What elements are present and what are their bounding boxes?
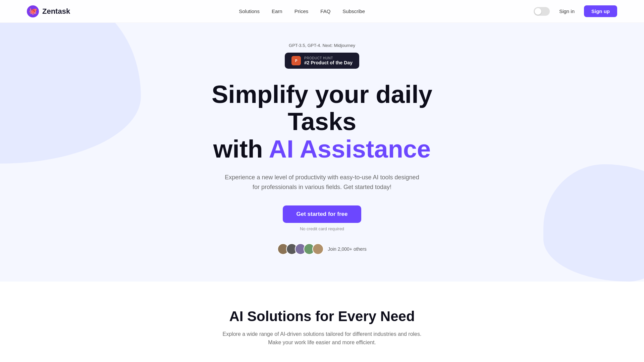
hero-title-line2-plain: with	[213, 135, 269, 163]
nav-solutions[interactable]: Solutions	[239, 8, 260, 14]
no-credit-text: No credit card required	[188, 226, 456, 231]
hero-title-accent: AI Assistance	[269, 135, 431, 163]
social-proof-text: Join 2,000+ others	[328, 246, 367, 252]
hero-subtitle: Experience a new level of productivity w…	[221, 173, 423, 192]
theme-toggle[interactable]	[534, 7, 550, 16]
avatar-group	[277, 243, 324, 255]
hero-title-line1: Simplify your daily Tasks	[212, 80, 432, 135]
hero-title: Simplify your daily Tasks with AI Assist…	[188, 81, 456, 163]
avatar	[312, 243, 324, 255]
nav-earn[interactable]: Earn	[272, 8, 282, 14]
gpt-badge-text: GPT-3.5, GPT-4. Next: Midjourney	[188, 43, 456, 48]
nav-right: Sign in Sign up	[534, 5, 617, 17]
signin-button[interactable]: Sign in	[555, 6, 579, 16]
hero-content: GPT-3.5, GPT-4. Next: Midjourney P PRODU…	[188, 43, 456, 255]
nav-prices[interactable]: Prices	[294, 8, 309, 14]
ph-label: PRODUCT HUNT	[304, 56, 353, 60]
ph-title: #2 Product of the Day	[304, 60, 353, 65]
background-blob-left	[0, 23, 141, 164]
product-hunt-logo: P	[291, 56, 301, 65]
navbar: 🐙 Zentask Solutions Earn Prices FAQ Subs…	[0, 0, 644, 23]
svg-text:🐙: 🐙	[29, 7, 37, 15]
logo-icon: 🐙	[27, 5, 39, 17]
hero-section: GPT-3.5, GPT-4. Next: Midjourney P PRODU…	[0, 23, 644, 282]
cta-button[interactable]: Get started for free	[283, 205, 361, 223]
product-hunt-badge: P PRODUCT HUNT #2 Product of the Day	[285, 53, 359, 69]
solutions-section: AI Solutions for Every Need Explore a wi…	[0, 282, 644, 362]
svg-text:P: P	[295, 59, 298, 63]
ph-text: PRODUCT HUNT #2 Product of the Day	[304, 56, 353, 65]
nav-subscribe[interactable]: Subscribe	[342, 8, 365, 14]
solutions-title: AI Solutions for Every Need	[27, 308, 617, 324]
solutions-subtitle: Explore a wide range of AI-driven soluti…	[221, 330, 423, 347]
nav-links: Solutions Earn Prices FAQ Subscribe	[239, 8, 365, 14]
signup-button[interactable]: Sign up	[584, 5, 617, 17]
nav-faq[interactable]: FAQ	[320, 8, 330, 14]
background-blob-right	[543, 164, 644, 282]
social-proof: Join 2,000+ others	[188, 243, 456, 255]
logo-link[interactable]: 🐙 Zentask	[27, 5, 70, 17]
brand-name: Zentask	[42, 7, 70, 16]
